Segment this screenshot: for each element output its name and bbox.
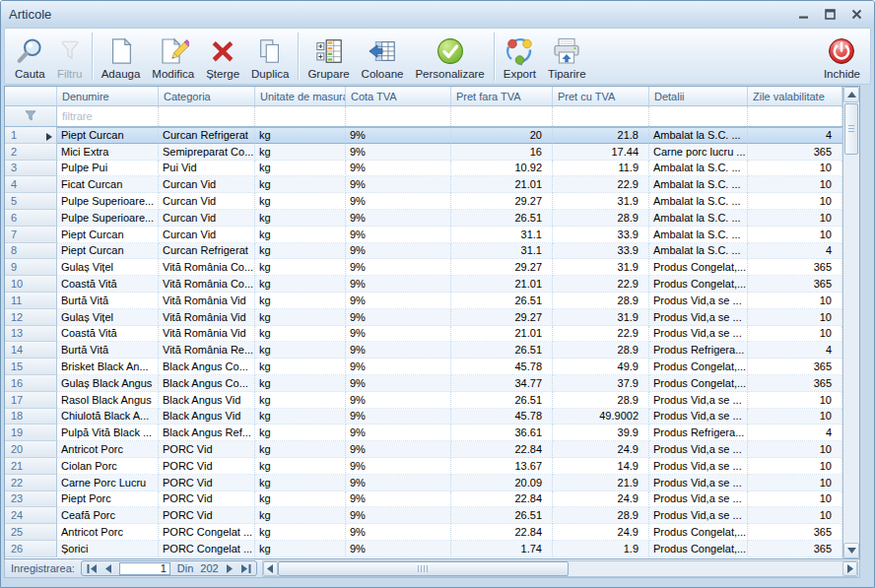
scroll-up-button[interactable] [843,87,859,102]
row-header[interactable]: 9 [5,259,57,276]
cell-pret-cu-tva[interactable]: 24.9 [553,524,649,541]
table-row[interactable]: 25Antricot PorcPORC Congelat ...kg9%22.8… [5,524,842,541]
table-row[interactable]: 22Carne Porc LucruPORC Vidkg9%20.0921.9P… [5,475,842,491]
cell-unitate-de-masura[interactable]: kg [255,309,346,326]
horizontal-scrollbar[interactable] [262,560,858,577]
table-row[interactable]: 21Ciolan PorcPORC Vidkg9%13.6714.9Produs… [5,458,842,475]
cell-detalii[interactable]: Produs Congelat,... [649,359,748,375]
cell-categoria[interactable]: Pui Vid [159,161,255,177]
column-header-pret-fara-tva[interactable]: Pret fara TVA [451,87,553,106]
cell-cota-tva[interactable]: 9% [346,309,451,326]
first-record-button[interactable] [87,564,98,573]
cell-pret-cu-tva[interactable]: 21.8 [553,127,649,144]
filter-cell-categoria[interactable] [159,106,255,126]
cell-cota-tva[interactable]: 9% [346,193,451,210]
cell-denumire[interactable]: Coastă Vită [57,326,159,343]
cell-detalii[interactable]: Produs Vid,a se ... [649,491,748,508]
cell-pret-cu-tva[interactable]: 49.9 [553,359,649,375]
cell-detalii[interactable]: Ambalat la S.C. ... [649,243,748,260]
cell-unitate-de-masura[interactable]: kg [255,259,346,276]
filter-cell-denumire[interactable]: filtrare [57,106,159,126]
column-header-unitate-de-masura[interactable]: Unitate de masura [255,87,346,106]
toolbar-button-modifica[interactable]: Modifica [146,31,200,83]
cell-zile-valabilitate[interactable]: 10 [748,193,842,210]
close-button[interactable] [849,8,864,21]
cell-categoria[interactable]: PORC Vid [159,475,255,491]
cell-detalii[interactable]: Ambalat la S.C. ... [649,193,748,210]
previous-record-button[interactable] [104,564,112,573]
column-header-detalii[interactable]: Detalii [649,87,748,106]
cell-unitate-de-masura[interactable]: kg [255,507,346,524]
cell-categoria[interactable]: Curcan Vid [159,193,255,210]
cell-pret-cu-tva[interactable]: 31.9 [553,193,649,210]
cell-denumire[interactable]: Pulpe Superioare... [57,210,159,227]
cell-zile-valabilitate[interactable]: 365 [748,541,842,557]
cell-pret-cu-tva[interactable]: 28.9 [553,392,649,409]
cell-denumire[interactable]: Burtă Vită [57,342,159,359]
cell-denumire[interactable]: Chiulotă Black A... [57,409,159,425]
cell-pret-fara-tva[interactable]: 29.27 [451,309,553,326]
cell-denumire[interactable]: Piept Curcan [57,227,159,243]
cell-categoria[interactable]: Curcan Refrigerat [159,243,255,260]
cell-zile-valabilitate[interactable]: 10 [748,392,842,409]
toolbar-button-duplica[interactable]: Duplica [245,31,295,83]
horizontal-scroll-thumb[interactable] [278,561,570,576]
record-number-input[interactable] [119,562,170,575]
cell-pret-fara-tva[interactable]: 36.61 [451,425,553,441]
table-row[interactable]: 16Gulaș Black AngusBlack Angus Co...kg9%… [5,375,842,392]
table-row[interactable]: 13Coastă VităVită România Vidkg9%21.0122… [5,326,842,343]
cell-unitate-de-masura[interactable]: kg [255,524,346,541]
cell-detalii[interactable]: Produs Vid,a se ... [649,441,748,458]
minimize-button[interactable] [796,8,811,21]
cell-pret-cu-tva[interactable]: 33.9 [553,227,649,243]
cell-cota-tva[interactable]: 9% [346,326,451,343]
cell-categoria[interactable]: PORC Congelat ... [159,541,255,557]
cell-cota-tva[interactable]: 9% [346,259,451,276]
table-row[interactable]: 6Pulpe Superioare...Curcan Vidkg9%26.512… [5,210,842,227]
cell-categoria[interactable]: Black Angus Co... [159,359,255,375]
filter-cell-cota-tva[interactable] [346,106,451,126]
column-header-denumire[interactable]: Denumire [57,87,159,106]
cell-denumire[interactable]: Coastă Vită [57,276,159,293]
cell-denumire[interactable]: Ceafă Porc [57,507,159,524]
cell-zile-valabilitate[interactable]: 4 [748,342,842,359]
cell-categoria[interactable]: Curcan Vid [159,227,255,243]
row-header[interactable]: 12 [5,309,57,326]
cell-pret-cu-tva[interactable]: 37.9 [553,375,649,392]
cell-unitate-de-masura[interactable]: kg [255,458,346,475]
cell-categoria[interactable]: Curcan Refrigerat [159,127,255,144]
cell-categoria[interactable]: Black Angus Vid [159,392,255,409]
cell-unitate-de-masura[interactable]: kg [255,541,346,557]
cell-denumire[interactable]: Ciolan Porc [57,458,159,475]
cell-cota-tva[interactable]: 9% [346,409,451,425]
cell-denumire[interactable]: Carne Porc Lucru [57,475,159,491]
cell-zile-valabilitate[interactable]: 365 [748,524,842,541]
toolbar-button-cauta[interactable]: Cauta [9,31,51,83]
table-row[interactable]: 18Chiulotă Black A...Black Angus Vidkg9%… [5,409,842,425]
row-header[interactable]: 2 [5,144,57,161]
cell-zile-valabilitate[interactable]: 10 [748,491,842,508]
cell-pret-fara-tva[interactable]: 31.1 [451,243,553,260]
cell-denumire[interactable]: Gulaș Black Angus [57,375,159,392]
cell-pret-fara-tva[interactable]: 26.51 [451,293,553,309]
cell-denumire[interactable]: Antricot Porc [57,524,159,541]
cell-detalii[interactable]: Ambalat la S.C. ... [649,210,748,227]
cell-pret-fara-tva[interactable]: 21.01 [451,326,553,343]
cell-denumire[interactable]: Gulaș Vițel [57,309,159,326]
cell-pret-cu-tva[interactable]: 49.9002 [553,409,649,425]
cell-cota-tva[interactable]: 9% [346,359,451,375]
cell-unitate-de-masura[interactable]: kg [255,227,346,243]
cell-pret-fara-tva[interactable]: 20.09 [451,475,553,491]
cell-zile-valabilitate[interactable]: 10 [748,326,842,343]
cell-denumire[interactable]: Pulpe Superioare... [57,193,159,210]
cell-zile-valabilitate[interactable]: 10 [748,309,842,326]
cell-categoria[interactable]: Curcan Vid [159,210,255,227]
row-header[interactable]: 26 [5,541,57,557]
cell-unitate-de-masura[interactable]: kg [255,359,346,375]
cell-denumire[interactable]: Piept Curcan [57,243,159,260]
filter-cell-zile-valabilitate[interactable] [748,106,842,126]
cell-zile-valabilitate[interactable]: 4 [748,425,842,441]
cell-pret-cu-tva[interactable]: 28.9 [553,507,649,524]
row-header[interactable]: 22 [5,475,57,491]
column-header-pret-cu-tva[interactable]: Pret cu TVA [553,87,649,106]
